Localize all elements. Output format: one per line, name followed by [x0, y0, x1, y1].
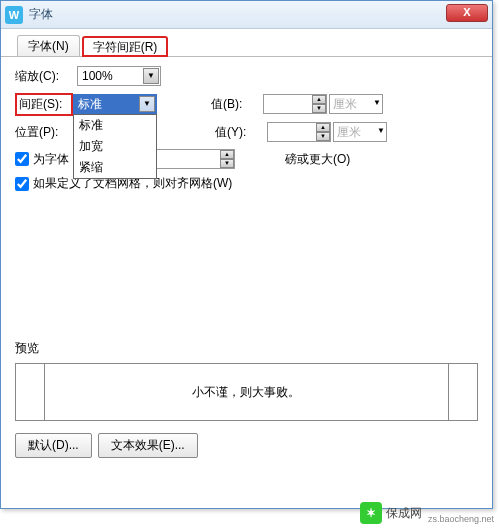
dropdown-arrow-icon[interactable]: ▼ [373, 98, 381, 107]
spacing-value-group: 值(B): ▲▼ ▼ [211, 94, 383, 114]
watermark-icon: ✶ [360, 502, 382, 524]
spacing-value-spinner[interactable]: ▲▼ [263, 94, 327, 114]
watermark-sub: zs.baocheng.net [428, 514, 494, 524]
tab-strip: 字体(N) 字符间距(R) [1, 29, 492, 57]
row-spacing: 间距(S): ▼ 标准 加宽 紧缩 值(B): ▲▼ ▼ [15, 93, 478, 115]
dropdown-arrow-icon[interactable]: ▼ [377, 126, 385, 135]
position-value-label: 值(Y): [215, 124, 267, 141]
scale-combo[interactable]: ▼ [77, 66, 161, 86]
close-button[interactable]: X [446, 4, 488, 22]
watermark-name: 保成网 [386, 505, 422, 522]
grid-checkbox[interactable] [15, 177, 29, 191]
position-value-group: 值(Y): ▲▼ ▼ [215, 122, 387, 142]
kerning-suffix: 磅或更大(O) [285, 151, 350, 168]
spacing-unit-combo[interactable]: ▼ [329, 94, 383, 114]
spin-up-icon[interactable]: ▲ [312, 95, 326, 104]
spacing-combo[interactable]: ▼ 标准 加宽 紧缩 [73, 94, 157, 114]
preview-label: 预览 [15, 340, 478, 357]
spin-down-icon[interactable]: ▼ [316, 132, 330, 141]
watermark: ✶ 保成网 zs.baocheng.net [360, 502, 494, 524]
spacing-value-label: 值(B): [211, 96, 263, 113]
spacing-label: 间距(S): [15, 93, 73, 116]
spacing-option-standard[interactable]: 标准 [74, 115, 156, 136]
spacing-option-expanded[interactable]: 加宽 [74, 136, 156, 157]
scale-label: 缩放(C): [15, 68, 77, 85]
tab-font[interactable]: 字体(N) [17, 35, 80, 56]
spin-up-icon[interactable]: ▲ [220, 150, 234, 159]
preview-inner: 小不谨，则大事败。 [44, 364, 450, 420]
default-button[interactable]: 默认(D)... [15, 433, 92, 458]
preview-box: 小不谨，则大事败。 [15, 363, 478, 421]
position-unit-combo[interactable]: ▼ [333, 122, 387, 142]
dropdown-arrow-icon[interactable]: ▼ [143, 68, 159, 84]
row-scale: 缩放(C): ▼ [15, 65, 478, 87]
kerning-label: 为字体 [33, 151, 69, 168]
position-value-spinner[interactable]: ▲▼ [267, 122, 331, 142]
spin-down-icon[interactable]: ▼ [220, 159, 234, 168]
window-title: 字体 [29, 6, 53, 23]
position-label: 位置(P): [15, 124, 77, 141]
titlebar: W 字体 X [1, 1, 492, 29]
spacing-option-condensed[interactable]: 紧缩 [74, 157, 156, 178]
tab-char-spacing[interactable]: 字符间距(R) [82, 36, 169, 57]
preview-text: 小不谨，则大事败。 [192, 384, 300, 401]
text-effects-button[interactable]: 文本效果(E)... [98, 433, 198, 458]
dialog-body: 缩放(C): ▼ 间距(S): ▼ 标准 加宽 紧缩 值(B): [1, 57, 492, 425]
dialog-window: W 字体 X 字体(N) 字符间距(R) 缩放(C): ▼ 间距(S): ▼ 标… [0, 0, 493, 509]
spin-down-icon[interactable]: ▼ [312, 104, 326, 113]
spacing-dropdown: 标准 加宽 紧缩 [73, 114, 157, 179]
spin-up-icon[interactable]: ▲ [316, 123, 330, 132]
kerning-checkbox[interactable] [15, 152, 29, 166]
app-icon: W [5, 6, 23, 24]
dropdown-arrow-icon[interactable]: ▼ [139, 96, 155, 112]
footer: 默认(D)... 文本效果(E)... [1, 425, 492, 466]
